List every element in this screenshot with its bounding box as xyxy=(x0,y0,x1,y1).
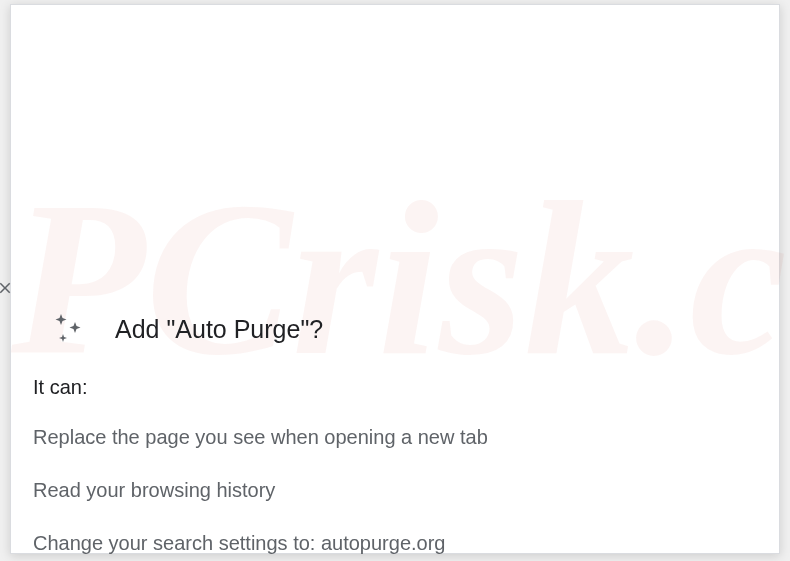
permission-item: Replace the page you see when opening a … xyxy=(33,423,739,452)
it-can-label: It can: xyxy=(33,376,739,399)
dialog-content: It can: Replace the page you see when op… xyxy=(11,366,779,561)
sparkle-icon xyxy=(51,312,85,346)
extension-icon xyxy=(51,312,85,346)
dialog-title: Add "Auto Purge"? xyxy=(115,315,323,344)
extension-install-dialog: PCrisk.com Add "Auto Purge"? It can: Rep… xyxy=(10,4,780,554)
permission-item: Change your search settings to: autopurg… xyxy=(33,529,739,558)
permission-item: Read your browsing history xyxy=(33,476,739,505)
dialog-header: Add "Auto Purge"? xyxy=(11,282,779,366)
